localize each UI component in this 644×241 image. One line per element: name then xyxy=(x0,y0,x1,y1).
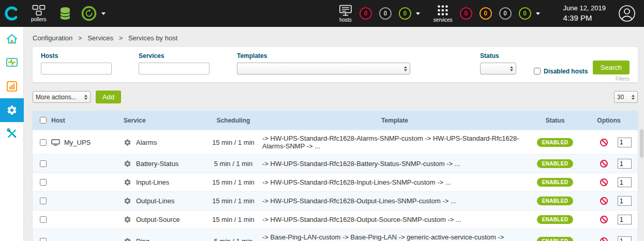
service-name[interactable]: Input-Lines xyxy=(136,178,169,186)
centreon-logo[interactable] xyxy=(0,0,24,27)
database-icon[interactable] xyxy=(59,7,71,20)
scrollbar[interactable] xyxy=(640,129,643,158)
services-filter-input[interactable] xyxy=(139,63,209,74)
duplicate-count-input[interactable] xyxy=(618,159,632,169)
disabled-hosts-label: Disabled hosts xyxy=(544,68,588,75)
more-actions-value: More actions... xyxy=(36,94,77,101)
row-select-checkbox[interactable] xyxy=(40,216,47,223)
service-gear-icon xyxy=(124,216,131,223)
host-name[interactable]: My_UPS xyxy=(64,139,91,146)
disable-service-icon[interactable] xyxy=(600,178,608,186)
table-row: Ping 5 min / 1 min -> Base-Ping-LAN-cust… xyxy=(33,229,638,241)
duplicate-count-input[interactable] xyxy=(618,138,632,147)
templates-filter-label: Templates xyxy=(237,52,410,59)
service-gear-icon xyxy=(124,139,131,146)
service-name[interactable]: Output-Source xyxy=(136,216,180,223)
disabled-hosts-toggle[interactable]: Disabled hosts xyxy=(532,66,588,76)
pollers-menu[interactable]: pollers xyxy=(31,5,46,22)
sidebar-item-administration[interactable] xyxy=(0,122,24,146)
service-gear-icon xyxy=(124,237,131,241)
disable-service-icon[interactable] xyxy=(600,139,608,146)
services-unknown-counter[interactable]: 0 xyxy=(499,7,512,20)
sidebar-item-reports[interactable] xyxy=(0,74,24,98)
scheduling-cell: 15 min / 1 min xyxy=(207,192,259,210)
duplicate-count-input[interactable] xyxy=(618,236,632,241)
hosts-unreachable-counter[interactable]: 0 xyxy=(379,7,392,20)
breadcrumb-separator: > xyxy=(78,34,82,42)
more-actions-select[interactable]: More actions... xyxy=(33,91,91,103)
disable-service-icon[interactable] xyxy=(600,160,608,168)
template-cell: -> HW-UPS-Standard-Rfc1628-Input-Lines-S… xyxy=(259,173,530,192)
host-icon xyxy=(51,139,60,146)
services-chevron-down-icon[interactable] xyxy=(536,12,540,15)
home-icon xyxy=(6,33,18,45)
table-row: My_UPS Alarms 15 min / 1 min -> HW-UPS-S… xyxy=(33,130,638,155)
sidebar-item-configuration[interactable] xyxy=(0,98,24,122)
platform-status-icon[interactable] xyxy=(81,6,97,21)
services-filter: Services xyxy=(139,52,209,74)
sidebar-item-monitoring[interactable] xyxy=(0,51,24,74)
row-select-checkbox[interactable] xyxy=(40,160,47,167)
add-button[interactable]: Add xyxy=(96,91,121,103)
select-all-checkbox[interactable] xyxy=(40,117,47,124)
current-time: 4:39 PM xyxy=(563,13,606,23)
services-table: Host Service Scheduling Template Status … xyxy=(33,111,638,241)
page-size-select[interactable]: 30 xyxy=(614,91,638,103)
header-service[interactable]: Service xyxy=(121,111,207,130)
service-gear-icon xyxy=(124,178,131,186)
status-badge: ENABLED xyxy=(537,237,573,241)
hosts-up-counter[interactable]: 0 xyxy=(399,7,411,20)
sidebar-item-home[interactable] xyxy=(0,27,24,51)
monitoring-pulse-icon xyxy=(6,56,18,69)
template-cell: -> HW-UPS-Standard-Rfc1628-Alarms-SNMP-c… xyxy=(259,130,530,155)
header-options[interactable]: Options xyxy=(580,111,638,130)
hosts-down-counter[interactable]: 0 xyxy=(360,7,372,20)
services-warning-counter[interactable]: 0 xyxy=(480,7,492,20)
template-cell: -> Base-Ping-LAN-custom -> Base-Ping-LAN… xyxy=(259,229,530,241)
row-select-checkbox[interactable] xyxy=(40,139,47,146)
service-name[interactable]: Battery-Status xyxy=(136,160,178,168)
services-table-card: Host Service Scheduling Template Status … xyxy=(33,111,638,241)
row-select-checkbox[interactable] xyxy=(40,198,47,204)
hosts-label: hosts xyxy=(339,17,352,23)
disable-service-icon[interactable] xyxy=(600,197,608,205)
row-select-checkbox[interactable] xyxy=(40,179,47,186)
header-scheduling[interactable]: Scheduling xyxy=(207,111,259,130)
service-name[interactable]: Ping xyxy=(136,237,149,241)
disable-service-icon[interactable] xyxy=(600,237,608,241)
header-template[interactable]: Template xyxy=(259,111,530,130)
disable-service-icon[interactable] xyxy=(600,216,608,223)
hosts-filter-input[interactable] xyxy=(41,63,112,74)
hosts-menu[interactable]: hosts xyxy=(339,5,352,23)
services-critical-counter[interactable]: 0 xyxy=(460,7,472,20)
reports-chart-icon xyxy=(6,80,18,93)
breadcrumb-item-services-by-host[interactable]: Services by host xyxy=(128,34,177,42)
header-host[interactable]: Host xyxy=(48,111,121,130)
service-name[interactable]: Alarms xyxy=(136,139,157,146)
search-button[interactable]: Search xyxy=(593,61,630,74)
select-arrows-icon xyxy=(84,95,87,100)
service-gear-icon xyxy=(124,160,131,168)
service-gear-icon xyxy=(124,197,131,205)
breadcrumb-item-services[interactable]: Services xyxy=(87,34,113,42)
disabled-hosts-checkbox[interactable] xyxy=(534,68,541,74)
templates-select[interactable] xyxy=(237,63,410,74)
status-select[interactable] xyxy=(480,63,516,74)
clock: June 12, 2019 4:39 PM xyxy=(563,4,606,23)
service-name[interactable]: Output-Lines xyxy=(136,197,174,205)
platform-chevron-down-icon[interactable] xyxy=(101,12,106,15)
services-label: services xyxy=(433,17,453,23)
services-ok-counter[interactable]: 0 xyxy=(519,7,531,20)
duplicate-count-input[interactable] xyxy=(618,177,632,187)
table-row: Output-Source 15 min / 1 min -> HW-UPS-S… xyxy=(33,210,638,229)
breadcrumb-item-configuration[interactable]: Configuration xyxy=(33,34,72,42)
header-status[interactable]: Status xyxy=(530,111,580,130)
hosts-chevron-down-icon[interactable] xyxy=(416,12,420,15)
row-select-checkbox[interactable] xyxy=(40,238,47,241)
services-menu[interactable]: services xyxy=(433,4,453,23)
duplicate-count-input[interactable] xyxy=(618,196,632,206)
topbar: pollers xyxy=(0,0,644,27)
duplicate-count-input[interactable] xyxy=(618,215,632,224)
user-profile-button[interactable] xyxy=(618,5,636,22)
status-badge: ENABLED xyxy=(537,178,573,187)
